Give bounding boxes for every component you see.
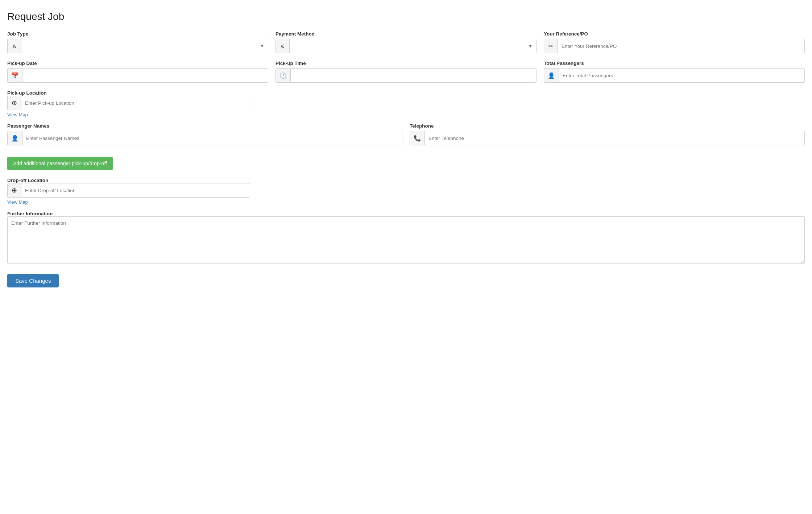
passenger-names-input-wrapper: 👤 [7, 131, 402, 145]
dropoff-location-input-wrapper: ⊕ [7, 183, 250, 198]
pickup-location-input-wrapper: ⊕ [7, 96, 250, 110]
dropoff-location-label: Drop-off Location [7, 178, 48, 183]
dropoff-location-section: Drop-off Location ⊕ View Map [7, 177, 805, 205]
pickup-date-label: Pick-up Date [7, 61, 268, 66]
passenger-names-label: Passenger Names [7, 123, 402, 129]
job-type-group: Job Type A ▼ [7, 31, 268, 53]
dropoff-view-map-link[interactable]: View Map [7, 199, 28, 205]
pickup-location-pin-icon: ⊕ [8, 96, 21, 110]
pickup-location-label: Pick-up Location [7, 90, 47, 96]
add-passenger-button[interactable]: Add additional passenger pick-up/drop-of… [7, 157, 113, 170]
further-info-textarea[interactable] [7, 216, 805, 264]
job-type-select-wrapper: A ▼ [7, 39, 268, 53]
passenger-names-person-icon: 👤 [8, 131, 22, 145]
row-passenger: Passenger Names 👤 Telephone 📞 [7, 123, 805, 145]
total-passengers-group: Total Passengers 👤 [544, 61, 805, 83]
passenger-names-input[interactable] [22, 131, 402, 145]
telephone-group: Telephone 📞 [410, 123, 805, 145]
pickup-location-input[interactable] [21, 96, 250, 110]
row-1: Job Type A ▼ Payment Method € ▼ Your Ref… [7, 31, 805, 53]
dropoff-location-input[interactable] [21, 183, 250, 197]
job-type-select[interactable] [21, 39, 268, 53]
pickup-view-map-link[interactable]: View Map [7, 112, 28, 117]
reference-po-input[interactable] [558, 39, 804, 53]
pickup-location-section: Pick-up Location ⊕ View Map [7, 90, 805, 117]
further-info-label: Further Information [7, 211, 53, 216]
payment-method-select[interactable] [290, 39, 536, 53]
pickup-date-input[interactable] [22, 69, 268, 82]
total-passengers-input-wrapper: 👤 [544, 68, 805, 83]
reference-po-input-wrapper: ✏ [544, 39, 805, 53]
payment-method-select-wrapper: € ▼ [276, 39, 536, 53]
save-section: Save Changes [7, 268, 805, 287]
telephone-input-wrapper: 📞 [410, 131, 805, 145]
pickup-time-group: Pick-up Time 🕐 [276, 61, 536, 83]
passenger-names-group: Passenger Names 👤 [7, 123, 402, 145]
row-2: Pick-up Date 📅 Pick-up Time 🕐 Total Pass… [7, 61, 805, 83]
job-type-icon: A [8, 39, 21, 53]
telephone-label: Telephone [410, 123, 805, 129]
dropoff-location-pin-icon: ⊕ [8, 183, 21, 197]
pickup-date-group: Pick-up Date 📅 [7, 61, 268, 83]
reference-po-label: Your Reference/PO [544, 31, 805, 37]
pickup-time-label: Pick-up Time [276, 61, 536, 66]
total-passengers-label: Total Passengers [544, 61, 805, 66]
telephone-phone-icon: 📞 [410, 131, 425, 145]
reference-po-pencil-icon: ✏ [544, 39, 558, 53]
pickup-date-input-wrapper: 📅 [7, 68, 268, 83]
payment-method-icon: € [276, 39, 290, 53]
total-passengers-person-icon: 👤 [544, 69, 559, 82]
reference-po-group: Your Reference/PO ✏ [544, 31, 805, 53]
total-passengers-input[interactable] [559, 69, 804, 82]
page-title: Request Job [7, 11, 805, 22]
payment-method-label: Payment Method [276, 31, 536, 37]
telephone-input[interactable] [425, 131, 804, 145]
save-changes-button[interactable]: Save Changes [7, 274, 59, 287]
pickup-time-input[interactable] [291, 69, 536, 82]
further-info-section: Further Information [7, 211, 805, 265]
pickup-date-calendar-icon: 📅 [8, 69, 22, 82]
pickup-time-clock-icon: 🕐 [276, 69, 291, 82]
job-type-label: Job Type [7, 31, 268, 37]
add-passenger-section: Add additional passenger pick-up/drop-of… [7, 153, 805, 170]
pickup-time-input-wrapper: 🕐 [276, 68, 536, 83]
payment-method-group: Payment Method € ▼ [276, 31, 536, 53]
